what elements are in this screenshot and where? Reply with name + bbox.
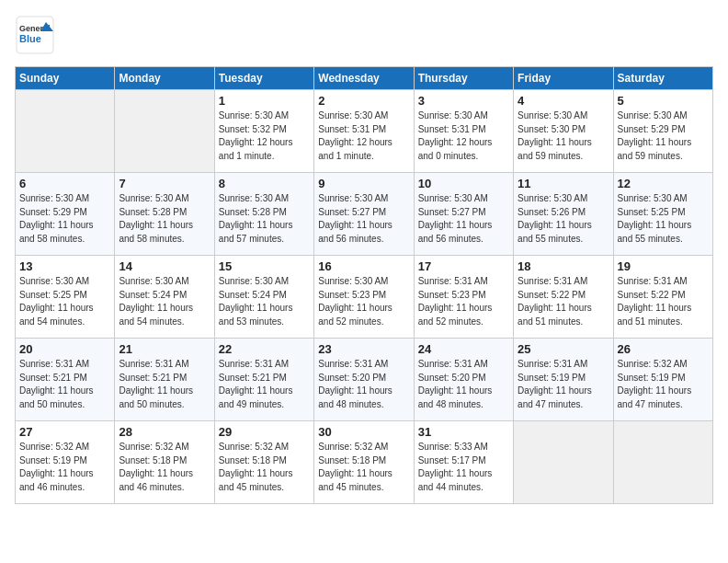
week-row-2: 6Sunrise: 5:30 AMSunset: 5:29 PMDaylight…	[16, 173, 713, 256]
day-info: Sunrise: 5:32 AMSunset: 5:19 PMDaylight:…	[19, 441, 110, 494]
day-number: 30	[318, 425, 409, 439]
day-number: 10	[418, 177, 509, 190]
day-info: Sunrise: 5:30 AMSunset: 5:25 PMDaylight:…	[19, 275, 110, 328]
weekday-header-saturday: Saturday	[613, 67, 712, 90]
day-info: Sunrise: 5:31 AMSunset: 5:23 PMDaylight:…	[418, 275, 509, 328]
day-info: Sunrise: 5:31 AMSunset: 5:21 PMDaylight:…	[19, 358, 110, 411]
day-number: 19	[618, 259, 709, 273]
day-number: 6	[19, 177, 110, 190]
calendar-cell: 7Sunrise: 5:30 AMSunset: 5:28 PMDaylight…	[115, 173, 214, 256]
day-info: Sunrise: 5:30 AMSunset: 5:28 PMDaylight:…	[219, 192, 310, 246]
calendar-cell: 10Sunrise: 5:30 AMSunset: 5:27 PMDayligh…	[414, 173, 513, 256]
calendar-cell: 28Sunrise: 5:32 AMSunset: 5:18 PMDayligh…	[115, 421, 214, 504]
calendar-cell: 22Sunrise: 5:31 AMSunset: 5:21 PMDayligh…	[214, 339, 313, 421]
day-number: 7	[119, 177, 210, 190]
calendar-cell: 15Sunrise: 5:30 AMSunset: 5:24 PMDayligh…	[214, 256, 313, 339]
calendar-cell: 5Sunrise: 5:30 AMSunset: 5:29 PMDaylight…	[613, 90, 712, 173]
calendar-cell: 27Sunrise: 5:32 AMSunset: 5:19 PMDayligh…	[16, 421, 115, 504]
calendar-cell: 2Sunrise: 5:30 AMSunset: 5:31 PMDaylight…	[314, 90, 414, 173]
day-info: Sunrise: 5:30 AMSunset: 5:27 PMDaylight:…	[318, 192, 409, 246]
day-number: 28	[119, 425, 210, 439]
calendar-cell: 31Sunrise: 5:33 AMSunset: 5:17 PMDayligh…	[414, 421, 513, 504]
calendar-cell: 11Sunrise: 5:30 AMSunset: 5:26 PMDayligh…	[514, 173, 613, 256]
logo-svg: General Blue	[15, 15, 55, 55]
calendar-cell: 3Sunrise: 5:30 AMSunset: 5:31 PMDaylight…	[414, 90, 513, 173]
weekday-header-row: SundayMondayTuesdayWednesdayThursdayFrid…	[16, 67, 713, 90]
day-number: 17	[418, 259, 509, 273]
day-info: Sunrise: 5:31 AMSunset: 5:21 PMDaylight:…	[219, 358, 310, 411]
day-number: 11	[518, 177, 609, 190]
calendar-cell: 4Sunrise: 5:30 AMSunset: 5:30 PMDaylight…	[514, 90, 613, 173]
day-number: 27	[19, 425, 110, 439]
calendar-cell	[16, 90, 115, 173]
calendar-cell: 16Sunrise: 5:30 AMSunset: 5:23 PMDayligh…	[314, 256, 414, 339]
day-info: Sunrise: 5:30 AMSunset: 5:29 PMDaylight:…	[19, 192, 110, 246]
calendar-cell: 19Sunrise: 5:31 AMSunset: 5:22 PMDayligh…	[613, 256, 712, 339]
day-number: 15	[219, 259, 310, 273]
calendar-cell: 26Sunrise: 5:32 AMSunset: 5:19 PMDayligh…	[613, 339, 712, 421]
day-info: Sunrise: 5:30 AMSunset: 5:28 PMDaylight:…	[119, 192, 210, 246]
day-info: Sunrise: 5:31 AMSunset: 5:19 PMDaylight:…	[518, 358, 609, 411]
calendar-cell: 17Sunrise: 5:31 AMSunset: 5:23 PMDayligh…	[414, 256, 513, 339]
day-number: 16	[318, 259, 409, 273]
day-info: Sunrise: 5:30 AMSunset: 5:30 PMDaylight:…	[518, 109, 609, 163]
calendar-cell: 18Sunrise: 5:31 AMSunset: 5:22 PMDayligh…	[514, 256, 613, 339]
calendar-cell: 29Sunrise: 5:32 AMSunset: 5:18 PMDayligh…	[214, 421, 313, 504]
calendar-cell: 13Sunrise: 5:30 AMSunset: 5:25 PMDayligh…	[16, 256, 115, 339]
day-info: Sunrise: 5:30 AMSunset: 5:24 PMDaylight:…	[119, 275, 210, 328]
svg-text:Blue: Blue	[19, 33, 41, 44]
day-number: 20	[19, 342, 110, 356]
day-number: 3	[418, 94, 509, 108]
day-number: 8	[219, 177, 310, 190]
weekday-header-sunday: Sunday	[16, 67, 115, 90]
day-info: Sunrise: 5:30 AMSunset: 5:31 PMDaylight:…	[418, 109, 509, 163]
day-number: 25	[518, 342, 609, 356]
week-row-3: 13Sunrise: 5:30 AMSunset: 5:25 PMDayligh…	[16, 256, 713, 339]
weekday-header-monday: Monday	[115, 67, 214, 90]
calendar-cell: 25Sunrise: 5:31 AMSunset: 5:19 PMDayligh…	[514, 339, 613, 421]
calendar-cell: 8Sunrise: 5:30 AMSunset: 5:28 PMDaylight…	[214, 173, 313, 256]
day-number: 14	[119, 259, 210, 273]
week-row-5: 27Sunrise: 5:32 AMSunset: 5:19 PMDayligh…	[16, 421, 713, 504]
day-number: 5	[618, 94, 709, 108]
day-info: Sunrise: 5:30 AMSunset: 5:26 PMDaylight:…	[518, 192, 609, 246]
day-info: Sunrise: 5:30 AMSunset: 5:29 PMDaylight:…	[618, 109, 709, 163]
calendar-cell	[514, 421, 613, 504]
day-info: Sunrise: 5:30 AMSunset: 5:27 PMDaylight:…	[418, 192, 509, 246]
calendar-cell: 9Sunrise: 5:30 AMSunset: 5:27 PMDaylight…	[314, 173, 414, 256]
day-number: 26	[618, 342, 709, 356]
day-info: Sunrise: 5:31 AMSunset: 5:22 PMDaylight:…	[618, 275, 709, 328]
day-info: Sunrise: 5:30 AMSunset: 5:23 PMDaylight:…	[318, 275, 409, 328]
calendar-cell: 14Sunrise: 5:30 AMSunset: 5:24 PMDayligh…	[115, 256, 214, 339]
calendar-cell: 24Sunrise: 5:31 AMSunset: 5:20 PMDayligh…	[414, 339, 513, 421]
weekday-header-friday: Friday	[514, 67, 613, 90]
logo: General Blue	[15, 15, 55, 55]
calendar-cell: 30Sunrise: 5:32 AMSunset: 5:18 PMDayligh…	[314, 421, 414, 504]
day-number: 9	[318, 177, 409, 190]
day-info: Sunrise: 5:32 AMSunset: 5:18 PMDaylight:…	[219, 441, 310, 494]
week-row-1: 1Sunrise: 5:30 AMSunset: 5:32 PMDaylight…	[16, 90, 713, 173]
day-number: 22	[219, 342, 310, 356]
week-row-4: 20Sunrise: 5:31 AMSunset: 5:21 PMDayligh…	[16, 339, 713, 421]
day-info: Sunrise: 5:30 AMSunset: 5:32 PMDaylight:…	[219, 109, 310, 163]
calendar-cell: 1Sunrise: 5:30 AMSunset: 5:32 PMDaylight…	[214, 90, 313, 173]
weekday-header-thursday: Thursday	[414, 67, 513, 90]
day-info: Sunrise: 5:31 AMSunset: 5:21 PMDaylight:…	[119, 358, 210, 411]
day-info: Sunrise: 5:32 AMSunset: 5:19 PMDaylight:…	[618, 358, 709, 411]
calendar-cell	[613, 421, 712, 504]
day-number: 2	[318, 94, 409, 108]
calendar-table: SundayMondayTuesdayWednesdayThursdayFrid…	[15, 66, 713, 504]
day-number: 21	[119, 342, 210, 356]
day-number: 18	[518, 259, 609, 273]
day-number: 4	[518, 94, 609, 108]
day-info: Sunrise: 5:30 AMSunset: 5:24 PMDaylight:…	[219, 275, 310, 328]
day-number: 29	[219, 425, 310, 439]
day-info: Sunrise: 5:31 AMSunset: 5:20 PMDaylight:…	[318, 358, 409, 411]
day-info: Sunrise: 5:32 AMSunset: 5:18 PMDaylight:…	[318, 441, 409, 494]
day-number: 31	[418, 425, 509, 439]
calendar-cell: 6Sunrise: 5:30 AMSunset: 5:29 PMDaylight…	[16, 173, 115, 256]
day-info: Sunrise: 5:32 AMSunset: 5:18 PMDaylight:…	[119, 441, 210, 494]
calendar-cell: 12Sunrise: 5:30 AMSunset: 5:25 PMDayligh…	[613, 173, 712, 256]
page-header: General Blue	[15, 15, 713, 55]
weekday-header-wednesday: Wednesday	[314, 67, 414, 90]
